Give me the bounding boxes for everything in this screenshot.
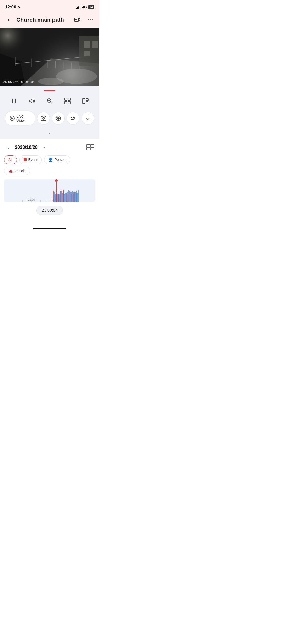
live-view-label: Live View <box>17 114 30 123</box>
page-header: ‹ Church main path <box>0 13 99 28</box>
filter-event[interactable]: Event <box>19 155 42 164</box>
pause-icon <box>11 98 17 104</box>
svg-rect-14 <box>65 101 67 104</box>
status-right: 4G 74 <box>76 5 94 9</box>
battery-indicator: 74 <box>88 5 94 9</box>
svg-rect-15 <box>68 101 70 104</box>
record-icon <box>55 115 61 121</box>
prev-date-button[interactable]: ‹ <box>4 143 12 151</box>
svg-point-4 <box>90 19 91 20</box>
action-row: Live View 1X <box>5 111 94 125</box>
multi-view-icon <box>86 144 94 150</box>
filter-all[interactable]: All <box>4 155 17 164</box>
event-dot-icon <box>24 158 27 161</box>
speed-button[interactable]: 1X <box>67 112 79 125</box>
svg-rect-23 <box>86 145 90 147</box>
svg-rect-6 <box>12 99 13 103</box>
live-view-button[interactable]: Live View <box>5 111 35 125</box>
svg-point-22 <box>57 117 60 120</box>
signal-bars-icon <box>76 5 80 9</box>
filter-vehicle-label: Vehicle <box>14 169 26 173</box>
multi-view-button[interactable] <box>85 143 95 151</box>
svg-rect-25 <box>86 148 90 150</box>
timeline-bars <box>4 188 95 202</box>
header-actions <box>73 15 95 24</box>
playback-controls <box>5 95 94 107</box>
speed-label: 1X <box>71 116 75 120</box>
svg-rect-26 <box>90 148 94 150</box>
vehicle-icon: 🚗 <box>8 169 13 173</box>
cursor-head <box>55 179 58 182</box>
volume-button[interactable] <box>26 95 37 107</box>
download-icon <box>85 115 91 121</box>
camera-timestamp: 29-10-2023 00:01:05 <box>3 81 35 84</box>
filter-vehicle[interactable]: 🚗 Vehicle <box>4 167 30 175</box>
svg-point-20 <box>43 117 45 119</box>
camera-canvas <box>0 28 99 86</box>
camera-icon <box>40 115 47 121</box>
add-video-icon <box>74 17 81 23</box>
svg-line-9 <box>51 102 52 104</box>
camera-feed: 29-10-2023 00:01:05 <box>0 28 99 86</box>
svg-rect-13 <box>68 98 70 100</box>
chevron-down-icon[interactable]: ⌄ <box>48 129 52 135</box>
filter-person[interactable]: 👤 Person <box>44 155 70 164</box>
split-view-button[interactable] <box>80 95 91 107</box>
split-icon <box>82 98 89 104</box>
pause-button[interactable] <box>8 95 20 107</box>
snapshot-button[interactable] <box>37 112 50 125</box>
svg-rect-17 <box>86 99 88 101</box>
add-video-button[interactable] <box>73 15 82 24</box>
current-time-bubble: 23:00:04 <box>36 206 63 215</box>
date-nav-left: ‹ 2023/10/28 › <box>4 143 48 151</box>
more-dots-icon <box>87 17 94 23</box>
filter-event-label: Event <box>28 158 37 162</box>
svg-rect-16 <box>82 99 85 103</box>
location-arrow-icon: ➤ <box>18 5 21 9</box>
svg-rect-12 <box>65 98 67 100</box>
live-view-play-icon <box>10 116 15 121</box>
zoom-icon <box>46 98 53 104</box>
back-arrow-icon: ‹ <box>8 17 9 23</box>
filter-person-label: Person <box>54 158 65 162</box>
drag-handle[interactable] <box>44 90 55 91</box>
date-navigation: ‹ 2023/10/28 › <box>4 143 95 151</box>
record-button[interactable] <box>52 112 65 125</box>
home-indicator <box>0 225 99 231</box>
grid-button[interactable] <box>62 95 73 107</box>
more-options-button[interactable] <box>86 15 95 24</box>
back-button[interactable]: ‹ <box>4 15 13 24</box>
svg-point-5 <box>92 19 93 20</box>
network-type: 4G <box>82 5 87 9</box>
zoom-button[interactable] <box>44 95 55 107</box>
person-icon: 👤 <box>48 158 53 162</box>
filter-row: All Event 👤 Person 🚗 Vehicle <box>4 155 95 175</box>
page-title: Church main path <box>16 17 70 23</box>
volume-icon <box>29 98 35 104</box>
status-bar: 12:00 ➤ 4G 74 <box>0 0 99 13</box>
timeline-container[interactable]: 22:00 23:00 <box>4 179 95 202</box>
status-time: 12:00 ➤ <box>5 5 21 10</box>
svg-rect-7 <box>15 99 16 103</box>
filter-all-label: All <box>8 158 12 162</box>
expand-row: ⌄ <box>5 128 94 136</box>
current-date: 2023/10/28 <box>15 145 38 150</box>
home-bar <box>33 228 66 229</box>
timeline-section: ‹ 2023/10/28 › All Event 👤 Person 🚗 <box>0 139 99 215</box>
download-button[interactable] <box>82 112 94 125</box>
timeline-cursor <box>56 179 57 202</box>
grid-icon <box>64 98 71 104</box>
timeline-event-bar <box>78 190 79 202</box>
svg-point-3 <box>88 19 89 20</box>
svg-rect-24 <box>90 145 94 147</box>
controls-section: Live View 1X ⌄ <box>0 86 99 139</box>
next-date-button[interactable]: › <box>40 143 48 151</box>
